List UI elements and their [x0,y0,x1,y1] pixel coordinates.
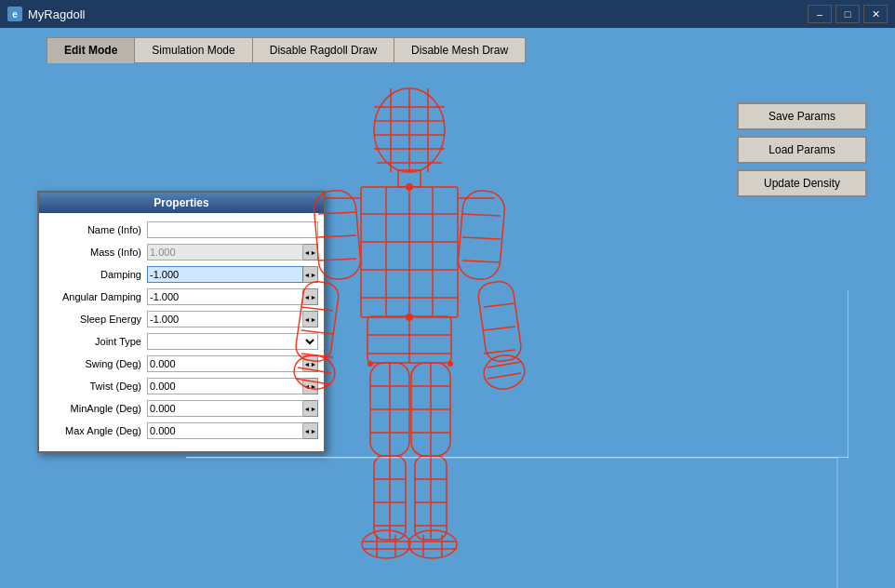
svg-line-23 [462,214,501,216]
prop-label: Sleep Energy [45,314,147,325]
svg-rect-44 [370,363,409,456]
property-row-swing-deg: Swing (Deg)◄► [45,354,318,373]
right-buttons: Save ParamsLoad ParamsUpdate Density [737,102,867,197]
prop-label: Angular Damping [45,291,147,302]
svg-point-79 [448,361,453,367]
svg-point-69 [408,530,457,558]
prop-label: Max Angle (Deg) [45,425,147,436]
floor-corner [848,290,848,458]
floor-line [186,457,848,458]
edit-mode-button[interactable]: Edit Mode [47,37,134,63]
properties-panel: Properties Name (Info)Mass (Info)◄►Dampi… [37,191,326,453]
property-row-sleep-energy: Sleep Energy◄► [45,310,318,328]
svg-line-38 [488,362,521,368]
property-row-max-angle-deg: Max Angle (Deg)◄► [45,421,318,440]
prop-label: Mass (Info) [45,247,147,258]
window-controls: – □ ✕ [808,5,888,23]
property-row-mass-info: Mass (Info)◄► [45,243,318,261]
app-icon: e [7,7,22,21]
svg-rect-10 [361,187,458,317]
update-density-button[interactable]: Update Density [737,169,867,197]
svg-rect-40 [367,316,451,363]
prop-input-minangle-deg[interactable] [147,400,303,417]
svg-point-78 [367,361,373,367]
svg-line-24 [462,237,501,239]
svg-line-39 [488,373,521,379]
disable-ragdoll-button[interactable]: Disable Ragdoll Draw [252,37,394,63]
prop-label: Damping [45,269,147,280]
prop-input-angular-damping[interactable] [147,288,303,305]
prop-input-sleep-energy[interactable] [147,311,303,327]
prop-input-twist-deg[interactable] [147,378,303,394]
svg-point-64 [362,530,410,558]
save-params-button[interactable]: Save Params [737,102,867,130]
property-row-angular-damping: Angular Damping◄► [45,287,318,306]
svg-rect-54 [374,456,406,540]
prop-input-damping[interactable] [147,266,303,283]
property-row-damping: Damping◄► [45,265,318,284]
load-params-button[interactable]: Load Params [737,136,867,164]
svg-rect-9 [398,170,421,187]
svg-rect-22 [457,189,506,281]
prop-spin-btn[interactable]: ◄► [303,378,318,394]
prop-spin-btn[interactable]: ◄► [303,311,318,327]
svg-rect-30 [476,280,522,363]
maximize-button[interactable]: □ [835,5,860,23]
prop-input-name-info[interactable] [147,221,318,238]
svg-point-77 [406,314,413,321]
simulation-mode-button[interactable]: Simulation Mode [134,37,251,63]
prop-spin-btn[interactable]: ◄► [303,400,318,417]
app-title: MyRagdoll [28,7,808,21]
svg-rect-59 [415,456,447,540]
property-row-minangle-deg: MinAngle (Deg)◄► [45,399,318,418]
svg-point-76 [406,183,413,191]
prop-input-max-angle-deg[interactable] [147,422,303,439]
prop-label: Joint Type [45,336,147,347]
prop-label: Swing (Deg) [45,358,147,369]
prop-spin-btn[interactable]: ◄► [303,244,318,261]
prop-spin-btn[interactable]: ◄► [303,288,318,305]
main-area: Edit ModeSimulation ModeDisable Ragdoll … [0,28,895,588]
svg-line-31 [484,303,515,307]
property-row-name-info: Name (Info) [45,220,318,239]
svg-line-25 [462,261,501,262]
property-row-joint-type: Joint Type [45,332,318,351]
svg-line-33 [484,350,515,354]
prop-label: MinAngle (Deg) [45,403,147,414]
prop-select-joint-type[interactable] [147,333,318,350]
minimize-button[interactable]: – [808,5,832,23]
close-button[interactable]: ✕ [863,5,888,23]
properties-header: Properties [39,193,324,213]
properties-body: Name (Info)Mass (Info)◄►Damping◄►Angular… [39,213,324,451]
prop-input-swing-deg[interactable] [147,355,303,372]
property-row-twist-deg: Twist (Deg)◄► [45,377,318,395]
prop-input-mass-info[interactable] [147,244,303,261]
titlebar: e MyRagdoll – □ ✕ [0,0,895,28]
svg-rect-49 [411,363,450,456]
disable-mesh-button[interactable]: Disable Mesh Draw [394,37,526,63]
prop-label: Name (Info) [45,224,147,235]
prop-spin-btn[interactable]: ◄► [303,266,318,283]
svg-point-37 [481,352,528,392]
toolbar: Edit ModeSimulation ModeDisable Ragdoll … [47,37,526,63]
prop-label: Twist (Deg) [45,381,147,392]
svg-point-0 [374,88,445,172]
prop-spin-btn[interactable]: ◄► [303,355,318,372]
prop-spin-btn[interactable]: ◄► [303,422,318,439]
svg-line-32 [484,327,515,330]
